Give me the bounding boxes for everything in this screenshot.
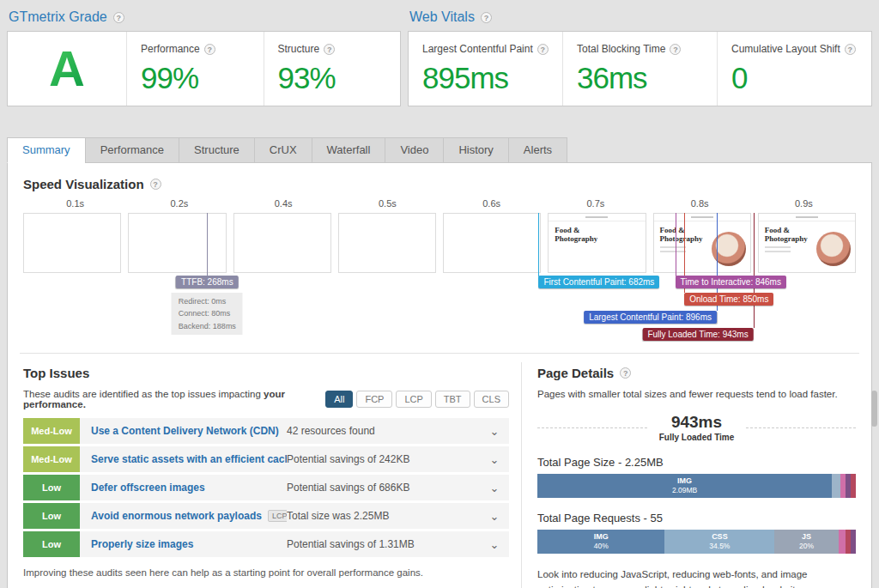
gtmetrix-report: GTmetrix Grade ? A Performance ? 99% Str… <box>0 0 879 588</box>
page-size-title: Total Page Size - 2.25MB <box>537 456 856 469</box>
audit-title: Defer offscreen images <box>91 482 205 494</box>
fcp-marker: First Contentful Paint: 682ms <box>538 276 659 288</box>
thumb-food-image <box>816 232 851 266</box>
summary-panel: Speed Visualization ? 0.1s 0.2s 0.4s 0.5… <box>7 162 872 588</box>
fully-loaded-line <box>754 213 755 328</box>
vitals-panel: Largest Contentful Paint ? 895ms Total B… <box>408 31 872 106</box>
chevron-down-icon[interactable]: ⌄ <box>480 531 509 557</box>
dashed-line <box>746 427 856 428</box>
filmstrip-frame <box>443 213 541 273</box>
chevron-down-icon[interactable]: ⌄ <box>480 418 509 444</box>
chevron-down-icon[interactable]: ⌄ <box>480 475 509 500</box>
time-label: 0.7s <box>543 198 647 209</box>
tab-performance[interactable]: Performance <box>85 137 179 163</box>
audit-row-cache-policy[interactable]: Med-Low Serve static assets with an effi… <box>23 446 509 472</box>
severity-badge: Med-Low <box>23 418 80 444</box>
tti-marker: Time to Interactive: 846ms <box>676 276 786 288</box>
time-label: 0.2s <box>127 198 231 209</box>
page-requests-title: Total Page Requests - 55 <box>537 512 856 524</box>
filter-tbt[interactable]: TBT <box>435 391 470 408</box>
help-icon[interactable]: ? <box>670 44 681 55</box>
tab-waterfall[interactable]: Waterfall <box>312 137 385 163</box>
filmstrip-frame: Food & Photography <box>758 213 856 273</box>
audit-tag-lcp: LCP <box>268 510 287 522</box>
tab-history[interactable]: History <box>443 137 507 163</box>
tab-crux[interactable]: CrUX <box>254 137 312 163</box>
speed-visualization: 0.1s 0.2s 0.4s 0.5s 0.6s 0.7s 0.8s 0.9s <box>23 198 856 346</box>
help-icon[interactable]: ? <box>113 12 124 23</box>
chevron-down-icon[interactable]: ⌄ <box>480 503 509 529</box>
dashed-line <box>537 427 647 428</box>
structure-metric: Structure ? 93% <box>264 32 401 106</box>
tab-video[interactable]: Video <box>385 137 443 163</box>
lcp-label: Largest Contentful Paint <box>422 43 533 55</box>
help-icon[interactable]: ? <box>620 367 631 379</box>
audit-title: Serve static assets with an efficient ca… <box>91 453 287 465</box>
bar-segment <box>839 530 846 554</box>
ttfb-details: Redirect: 0ms Connect: 80ms Backend: 188… <box>172 293 243 335</box>
fully-loaded-label: Fully Loaded Time <box>659 433 735 442</box>
tab-alerts[interactable]: Alerts <box>508 137 567 163</box>
bar-segment <box>851 474 856 498</box>
gtmetrix-grade-heading: GTmetrix Grade ? <box>7 7 401 31</box>
tab-structure[interactable]: Structure <box>179 137 254 163</box>
structure-value: 93% <box>278 61 401 95</box>
lcp-marker: Largest Contentful Paint: 896ms <box>584 311 717 324</box>
audit-row-defer-offscreen[interactable]: Low Defer offscreen images Potential sav… <box>23 475 509 500</box>
filter-all[interactable]: All <box>325 391 353 408</box>
timeline-labels: 0.1s 0.2s 0.4s 0.5s 0.6s 0.7s 0.8s 0.9s <box>23 198 856 209</box>
filmstrip-frame <box>338 213 436 273</box>
grade-panel: A Performance ? 99% Structure ? 93% <box>7 31 401 106</box>
audit-title: Use a Content Delivery Network (CDN) <box>91 425 279 437</box>
page-size-bar: IMG 2.09MB <box>537 474 856 498</box>
bar-segment <box>851 530 856 554</box>
performance-label: Performance <box>141 43 200 55</box>
fully-loaded-value: 943ms <box>659 413 735 432</box>
audit-title: Properly size images <box>91 538 193 550</box>
bar-segment-img: IMG 2.09MB <box>537 474 832 498</box>
speed-visualization-title: Speed Visualization <box>23 177 144 191</box>
thumb-title: Food & Photography <box>654 221 700 244</box>
filter-fcp[interactable]: FCP <box>356 391 392 408</box>
time-label: 0.5s <box>336 198 440 209</box>
filter-lcp[interactable]: LCP <box>396 391 431 408</box>
help-icon[interactable]: ? <box>150 179 161 190</box>
cls-metric: Cumulative Layout Shift ? 0 <box>717 32 871 106</box>
onload-marker: Onload Time: 850ms <box>684 293 773 306</box>
tab-summary[interactable]: Summary <box>7 137 85 163</box>
filter-cls[interactable]: CLS <box>474 391 509 408</box>
help-icon[interactable]: ? <box>845 44 856 55</box>
fcp-line <box>538 213 539 276</box>
audit-row-network-payloads[interactable]: Low Avoid enormous network payloads LCP … <box>23 503 509 529</box>
thumb-navbar <box>759 214 855 221</box>
audit-row-size-images[interactable]: Low Properly size images Potential savin… <box>23 531 509 557</box>
help-icon[interactable]: ? <box>204 44 215 55</box>
help-icon[interactable]: ? <box>324 44 335 55</box>
filmstrip-frame: Food & Photography <box>653 213 751 273</box>
severity-badge: Low <box>23 503 80 529</box>
page-details-section: Page Details ? Pages with smaller total … <box>522 362 859 588</box>
fully-loaded-time: 943ms Fully Loaded Time <box>537 413 856 442</box>
report-tabs: Summary Performance Structure CrUX Water… <box>7 137 872 163</box>
scrollbar-thumb[interactable] <box>871 391 877 427</box>
severity-badge: Med-Low <box>23 446 80 472</box>
grade-column: GTmetrix Grade ? A Performance ? 99% Str… <box>7 7 401 106</box>
cls-value: 0 <box>731 61 871 95</box>
filmstrip-frame <box>233 213 331 273</box>
audit-filters: All FCP LCP TBT CLS <box>325 391 509 408</box>
tti-line <box>676 213 676 276</box>
audit-detail: Potential savings of 242KB <box>287 446 480 472</box>
bar-segment-img: IMG 40% <box>537 530 664 554</box>
help-icon[interactable]: ? <box>537 44 549 55</box>
audit-detail: 42 resources found <box>287 418 480 444</box>
ttfb-connect: Connect: 80ms <box>179 307 236 319</box>
grade-letter: A <box>49 44 85 94</box>
chevron-down-icon[interactable]: ⌄ <box>480 446 509 472</box>
help-icon[interactable]: ? <box>481 12 492 23</box>
page-details-description: Pages with smaller total sizes and fewer… <box>537 389 856 399</box>
page-requests-bar: IMG 40% CSS 34.5% JS 20% <box>537 530 856 554</box>
filmstrip: Food & Photography Food & Photography Fo… <box>23 213 856 273</box>
tbt-metric: Total Blocking Time ? 36ms <box>562 32 717 106</box>
bar-segment-js: JS 20% <box>774 530 838 554</box>
audit-row-cdn[interactable]: Med-Low Use a Content Delivery Network (… <box>23 418 509 444</box>
